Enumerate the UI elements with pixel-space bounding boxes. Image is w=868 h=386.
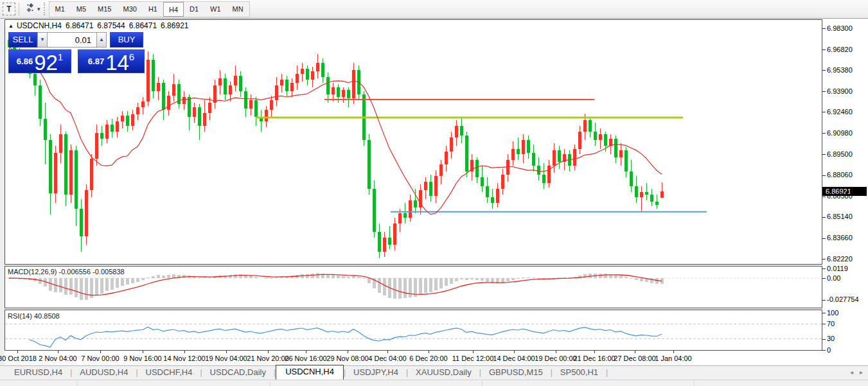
time-axis-tick <box>473 351 474 353</box>
macd-scale-tick <box>822 300 826 301</box>
status-separator <box>482 381 483 386</box>
buy-price-main: 6.87 <box>88 55 104 69</box>
rsi-scale-tick <box>822 350 826 351</box>
tab-scroll-right-icon[interactable]: ▸ <box>860 369 863 376</box>
rsi-scale-label: 0 <box>827 346 831 354</box>
chart-tab-gbpusd[interactable]: GBPUSD,M15 <box>481 366 551 380</box>
chart-tab-sp500[interactable]: SP500,H1 <box>553 366 606 380</box>
chart-tab-usdcnh[interactable]: USDCNH,H4 <box>276 365 344 380</box>
buy-price-display[interactable]: 6.87 14 6 <box>78 49 145 73</box>
lot-decrease-button[interactable]: ▼ <box>37 32 48 48</box>
macd-scale-label: 0.00 <box>827 274 840 282</box>
sell-price-big: 92 <box>34 54 58 71</box>
timeframe-button-mn[interactable]: MN <box>227 2 249 17</box>
chart-tab-usdchf[interactable]: USDCHF,H4 <box>138 366 200 380</box>
time-axis-tick <box>306 351 306 353</box>
chart-tab-usdjpy[interactable]: USDJPY,H4 <box>346 366 406 380</box>
collapse-triangle-icon[interactable]: ▲ <box>8 23 13 29</box>
price-axis-tick <box>822 28 826 29</box>
price-axis-label: 6.95380 <box>827 66 853 74</box>
timeframe-button-d1[interactable]: D1 <box>184 2 204 17</box>
timeframe-button-group: M1M5M15M30H1H4D1W1MN <box>49 1 250 17</box>
chart-tab-xauusd[interactable]: XAUUSD,Daily <box>408 366 479 380</box>
sell-button[interactable]: SELL <box>8 32 37 48</box>
rsi-plot[interactable] <box>5 310 822 350</box>
chart-tab-eurusd[interactable]: EURUSD,H4 <box>6 366 70 380</box>
time-axis-tick <box>268 351 269 353</box>
time-axis-tick <box>387 351 388 353</box>
buy-button[interactable]: BUY <box>110 32 143 48</box>
price-axis-label: 6.90980 <box>827 129 853 137</box>
rsi-scale-label: 100 <box>827 309 838 317</box>
time-axis-tick <box>556 351 556 353</box>
one-click-trading-panel: SELL ▼ ▲ BUY 6.86 92 1 6.87 14 6 <box>8 32 145 73</box>
tab-scroll-left-icon[interactable]: ◂ <box>850 369 853 376</box>
rsi-scale-tick <box>822 324 826 324</box>
macd-plot[interactable] <box>5 267 822 308</box>
timeframe-button-w1[interactable]: W1 <box>204 2 227 17</box>
sell-price-main: 6.86 <box>17 55 33 69</box>
price-axis-tick <box>822 49 826 50</box>
timeframe-button-m1[interactable]: M1 <box>49 2 71 17</box>
time-scale[interactable]: 30 Oct 20182 Nov 04:007 Nov 00:009 Nov 1… <box>4 351 868 365</box>
time-axis-tick <box>17 351 18 353</box>
price-axis-label: 6.82220 <box>827 255 853 263</box>
toolbar-grip <box>44 3 46 15</box>
ohlc-open: 6.86471 <box>66 21 93 30</box>
status-bar <box>0 380 868 386</box>
timeframe-button-m5[interactable]: M5 <box>71 2 92 17</box>
price-axis-tick <box>822 112 826 112</box>
macd-scale-label: 0.0119 <box>827 265 848 272</box>
price-axis-label: 6.93900 <box>827 87 853 95</box>
time-axis-tick <box>594 351 595 353</box>
arrange-windows-icon <box>24 2 36 16</box>
price-axis-label: 6.86580 <box>827 192 853 200</box>
price-axis-label: 6.88060 <box>827 171 853 179</box>
price-axis-tick <box>822 70 826 71</box>
chevron-down-icon[interactable]: ▾ <box>37 6 40 12</box>
lot-size-input[interactable] <box>48 32 96 48</box>
time-axis-tick <box>514 351 515 353</box>
ohlc-high: 6.87544 <box>97 21 125 30</box>
macd-label: MACD(12,26,9) -0.006556 -0.005838 <box>8 268 125 276</box>
sell-price-display[interactable]: 6.86 92 1 <box>8 49 71 73</box>
rsi-scale-label: 70 <box>827 320 835 328</box>
rsi-scale-tick <box>822 313 826 313</box>
timeframe-button-h1[interactable]: H1 <box>143 2 163 17</box>
chart-tab-bar: EURUSD,H4|AUDUSD,H4|USDCHF,H4|USDCAD,Dai… <box>0 365 868 380</box>
time-axis-tick <box>58 351 58 353</box>
price-axis-label: 6.85140 <box>827 213 853 220</box>
tab-scroll-controls: ◂ ▸ <box>850 369 863 376</box>
time-axis-tick <box>143 351 143 353</box>
chart-tab-audusd[interactable]: AUDUSD,H4 <box>72 366 136 380</box>
price-axis-label: 6.89500 <box>827 150 853 158</box>
chart-symbol: USDCNH,H4 <box>17 21 62 30</box>
toolbar-separator <box>19 3 19 15</box>
rsi-scale-label: 30 <box>827 335 835 342</box>
timeframe-button-h4[interactable]: H4 <box>163 2 184 17</box>
sell-price-sup: 1 <box>58 50 63 64</box>
text-tool-icon[interactable]: T <box>3 3 15 15</box>
status-separator <box>694 381 695 386</box>
timeframe-button-m15[interactable]: M15 <box>92 2 117 17</box>
time-axis-tick <box>100 351 101 353</box>
price-axis-label: 6.92460 <box>827 108 853 116</box>
macd-scale-tick <box>822 268 826 269</box>
price-axis-tick <box>822 197 826 197</box>
rsi-scale-tick <box>822 339 826 340</box>
price-axis-tick <box>822 175 826 176</box>
ohlc-low: 6.86471 <box>129 21 157 30</box>
time-axis-tick <box>184 351 185 353</box>
chart-title: ▲ USDCNH,H4 6.86471 6.87544 6.86471 6.86… <box>8 21 189 30</box>
time-axis-tick <box>226 351 227 353</box>
arrange-windows-button[interactable]: ▾ <box>22 1 42 17</box>
status-separator <box>77 381 78 386</box>
timeframe-button-m30[interactable]: M30 <box>118 2 143 17</box>
price-axis-tick <box>822 91 826 92</box>
tab-separator: | <box>606 368 608 380</box>
ohlc-close: 6.86921 <box>161 21 188 30</box>
chart-tab-usdcad[interactable]: USDCAD,Daily <box>202 366 274 380</box>
lot-increase-button[interactable]: ▲ <box>96 32 107 48</box>
price-axis-tick <box>822 259 826 259</box>
price-axis-label: 6.96820 <box>827 46 853 53</box>
